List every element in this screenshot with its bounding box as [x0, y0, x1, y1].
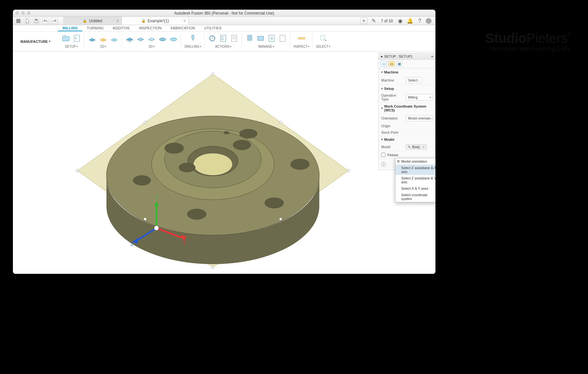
- orientation-option-model[interactable]: Model orientation: [395, 158, 435, 165]
- tab-label: Example*(1): [148, 19, 169, 23]
- svg-rect-6: [16, 22, 18, 23]
- svg-text:Z: Z: [131, 242, 134, 247]
- ribbon-group-manage: G MANAGE▾: [242, 32, 290, 51]
- viewport[interactable]: TOP FRONT RIGHT Y X Z: [13, 52, 435, 274]
- panel-tab-stock-icon[interactable]: ▭: [388, 61, 395, 67]
- workspace-switcher[interactable]: MANUFACTURE▾: [13, 32, 58, 51]
- 3d-pocket-icon[interactable]: [136, 34, 145, 43]
- fixture-checkbox[interactable]: [381, 153, 385, 157]
- svg-point-44: [239, 129, 257, 139]
- ribbon-tab-utilities[interactable]: UTILITIES: [200, 25, 226, 31]
- file-menu-icon[interactable]: [24, 18, 31, 24]
- ribbon-group-actions: G1G2 ACTIONS▾: [204, 32, 242, 51]
- user-avatar[interactable]: [426, 18, 432, 24]
- measure-icon[interactable]: [297, 34, 306, 43]
- brand-tagline: Innovation and Learning Labs: [485, 46, 571, 52]
- info-icon[interactable]: i: [381, 162, 386, 167]
- panel-header[interactable]: ● SETUP : SETUP1 ▸▸: [379, 53, 435, 60]
- 2d-pocket-icon[interactable]: [99, 34, 108, 43]
- drill-icon[interactable]: [188, 34, 197, 43]
- generate-icon[interactable]: [208, 34, 217, 43]
- ribbon-group-label: SELECT: [316, 45, 328, 48]
- panel-expand-icon[interactable]: ▸▸: [431, 54, 433, 58]
- redo-icon[interactable]: [51, 18, 58, 24]
- undo-icon[interactable]: [42, 18, 49, 24]
- clear-body-icon[interactable]: ×: [423, 145, 424, 149]
- machine-library-icon[interactable]: [256, 34, 265, 43]
- model-body-chip[interactable]: ↖ Body ×: [406, 144, 427, 149]
- panel-title: SETUP : SETUP1: [384, 54, 413, 58]
- ribbon-group-label: 3D: [149, 45, 153, 48]
- 3d-spiral-icon[interactable]: [169, 34, 178, 43]
- svg-point-50: [224, 131, 229, 134]
- post-process-icon[interactable]: G1G2: [219, 34, 228, 43]
- addin-icon[interactable]: [278, 34, 287, 43]
- notifications-icon[interactable]: 🔔: [406, 18, 414, 24]
- save-icon[interactable]: [33, 18, 40, 24]
- orientation-option-z-x[interactable]: Select Z axis/plane & X axis: [395, 165, 435, 175]
- face-icon[interactable]: [110, 34, 119, 43]
- ribbon-group-inspect: INSPECT▾: [290, 32, 313, 51]
- tab-close-icon[interactable]: ×: [116, 18, 119, 23]
- app-window: Autodesk Fusion 360 (Personal - Not for …: [13, 10, 435, 274]
- svg-text:X: X: [183, 240, 186, 245]
- cursor-icon: ↖: [408, 145, 411, 149]
- select-icon[interactable]: [319, 34, 328, 43]
- model-render: Y X Z: [68, 68, 358, 274]
- ribbon-group-2d: 2D▾: [85, 32, 122, 51]
- orientation-option-z-y[interactable]: Select Z axis/plane & Y axis: [395, 175, 435, 185]
- mac-titlebar: Autodesk Fusion 360 (Personal - Not for …: [13, 10, 435, 17]
- job-counter: 7 of 10: [381, 19, 393, 23]
- ribbon-tab-milling[interactable]: MILLING: [58, 25, 82, 31]
- help-icon[interactable]: ?: [416, 18, 423, 24]
- nc-program-icon[interactable]: G: [72, 34, 81, 43]
- fixture-row[interactable]: Fixture: [379, 151, 435, 158]
- machine-select-button[interactable]: Select...: [406, 77, 423, 83]
- tool-library-icon[interactable]: [245, 34, 254, 43]
- data-panel-toggle-icon[interactable]: [15, 18, 22, 24]
- ribbon-tab-inspection[interactable]: INSPECTION: [135, 25, 166, 31]
- extensions-icon[interactable]: ✎: [370, 18, 377, 24]
- ribbon-tab-additive[interactable]: ADDITIVE: [108, 25, 135, 31]
- svg-point-63: [212, 266, 214, 269]
- orientation-option-x-y[interactable]: Select X & Y axes: [395, 185, 435, 192]
- 3d-horizontal-icon[interactable]: [158, 34, 167, 43]
- orientation-option-coord-sys[interactable]: Select coordinate system: [395, 192, 435, 202]
- svg-point-42: [133, 175, 151, 186]
- orientation-select[interactable]: Model orientat…▾: [406, 115, 433, 121]
- svg-rect-18: [232, 35, 237, 42]
- model-body-label: Body: [412, 145, 420, 149]
- job-status-icon[interactable]: ◉: [397, 18, 404, 24]
- ribbon-tab-fabrication[interactable]: FABRICATION: [166, 25, 200, 31]
- tab-close-icon[interactable]: ×: [183, 18, 186, 23]
- operation-type-select[interactable]: Milling▾: [406, 94, 433, 101]
- panel-tab-setup-icon[interactable]: ▭: [381, 61, 387, 67]
- ribbon-tab-turning[interactable]: TURNING: [82, 25, 108, 31]
- orientation-label: Orientation: [381, 116, 404, 120]
- section-setup[interactable]: Setup: [379, 85, 435, 92]
- new-tab-icon[interactable]: ＋: [360, 18, 367, 24]
- fixture-label: Fixture: [387, 153, 398, 157]
- panel-tab-postprocess-icon[interactable]: ▦: [396, 61, 403, 67]
- svg-text:G1: G1: [221, 36, 224, 38]
- svg-point-41: [194, 153, 232, 175]
- svg-point-65: [279, 121, 282, 124]
- svg-point-45: [290, 159, 310, 170]
- task-manager-icon[interactable]: G: [267, 34, 276, 43]
- 3d-parallel-icon[interactable]: [147, 34, 156, 43]
- svg-rect-4: [18, 20, 19, 22]
- section-machine[interactable]: Machine: [379, 68, 435, 76]
- svg-point-47: [187, 209, 206, 220]
- setup-folder-icon[interactable]: [61, 34, 70, 43]
- setup-sheet-icon[interactable]: [230, 34, 239, 43]
- window-title: Autodesk Fusion 360 (Personal - Not for …: [13, 11, 435, 15]
- brand-bold: Studio: [485, 31, 526, 46]
- svg-point-64: [76, 169, 79, 172]
- svg-rect-8: [19, 22, 21, 23]
- 3d-adaptive-icon[interactable]: [125, 34, 134, 43]
- section-wcs[interactable]: Work Coordinate System (WCS): [379, 102, 435, 114]
- section-model[interactable]: Model: [379, 136, 435, 143]
- tab-untitled[interactable]: 🔒 Untitled ×: [63, 17, 122, 25]
- tab-example[interactable]: 🔒 Example*(1) ×: [122, 17, 189, 25]
- 2d-adaptive-icon[interactable]: [88, 34, 97, 43]
